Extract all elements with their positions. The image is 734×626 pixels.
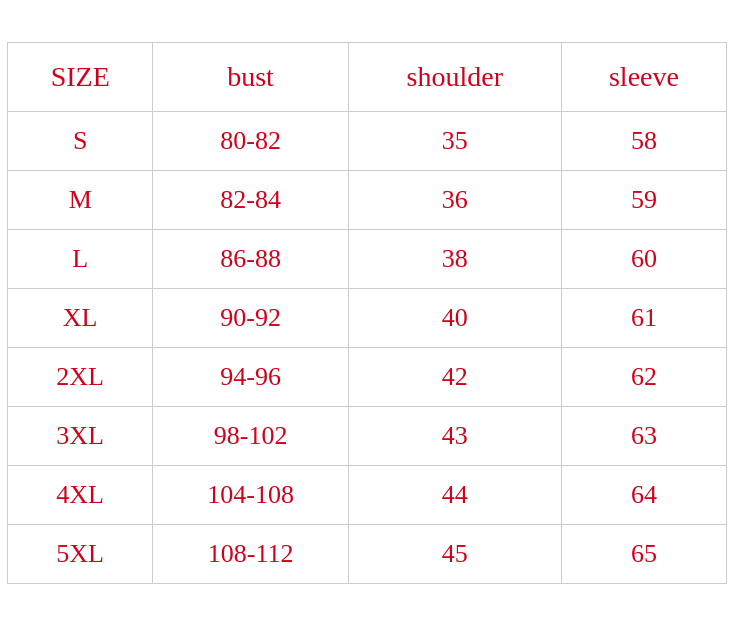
table-row: S80-823558 [8,112,727,171]
size-value: 98-102 [153,407,348,466]
size-value: 36 [348,171,561,230]
size-value: 45 [348,525,561,584]
table-row: M82-843659 [8,171,727,230]
size-label: 4XL [8,466,153,525]
size-value: 60 [561,230,726,289]
table-row: 4XL104-1084464 [8,466,727,525]
size-value: 40 [348,289,561,348]
table-row: XL90-924061 [8,289,727,348]
size-label: 2XL [8,348,153,407]
size-chart-table: SIZEbustshouldersleeve S80-823558M82-843… [7,42,727,584]
size-label: XL [8,289,153,348]
size-label: L [8,230,153,289]
size-value: 64 [561,466,726,525]
table-header-row: SIZEbustshouldersleeve [8,43,727,112]
size-value: 80-82 [153,112,348,171]
size-label: 3XL [8,407,153,466]
size-value: 61 [561,289,726,348]
column-header-shoulder: shoulder [348,43,561,112]
size-value: 43 [348,407,561,466]
size-value: 108-112 [153,525,348,584]
size-value: 42 [348,348,561,407]
size-label: S [8,112,153,171]
size-value: 44 [348,466,561,525]
size-value: 38 [348,230,561,289]
table-row: 2XL94-964262 [8,348,727,407]
table-row: 3XL98-1024363 [8,407,727,466]
size-value: 90-92 [153,289,348,348]
size-value: 63 [561,407,726,466]
size-value: 35 [348,112,561,171]
size-value: 82-84 [153,171,348,230]
size-value: 104-108 [153,466,348,525]
size-value: 86-88 [153,230,348,289]
size-label: 5XL [8,525,153,584]
column-header-bust: bust [153,43,348,112]
size-value: 62 [561,348,726,407]
table-row: L86-883860 [8,230,727,289]
column-header-size: SIZE [8,43,153,112]
size-value: 59 [561,171,726,230]
size-label: M [8,171,153,230]
size-value: 58 [561,112,726,171]
column-header-sleeve: sleeve [561,43,726,112]
table-row: 5XL108-1124565 [8,525,727,584]
size-value: 65 [561,525,726,584]
size-value: 94-96 [153,348,348,407]
